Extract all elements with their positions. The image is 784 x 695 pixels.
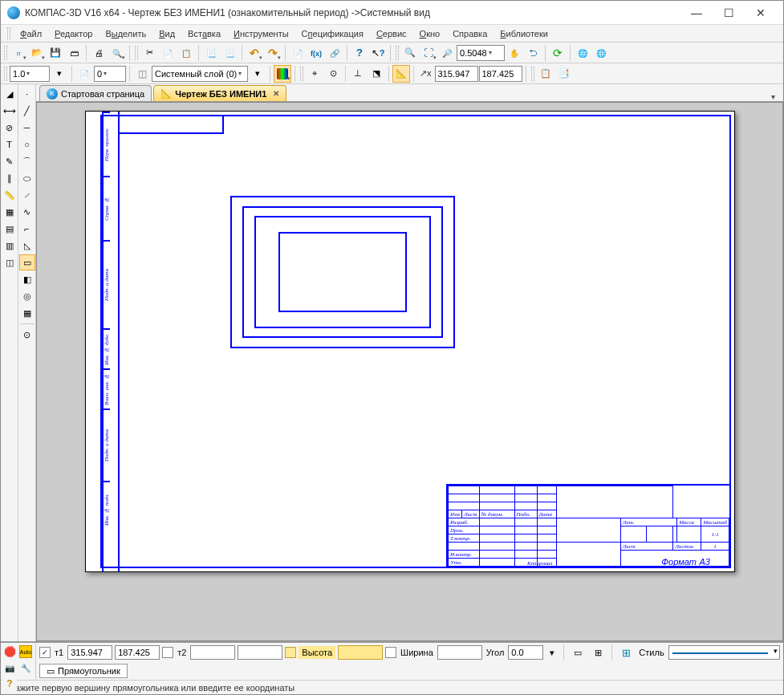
drawing-canvas[interactable]: Перв. примен. Справ. № Подп. и дата Инв.… [36,102,783,641]
angle-dd-button[interactable]: ▾ [546,645,559,660]
context-help-button[interactable]: ? [369,44,387,62]
help-button[interactable] [351,44,368,62]
zoom-scale-button[interactable] [438,44,456,62]
geometry-set-button[interactable]: ◢ [2,86,18,102]
aux-line-button[interactable]: ╱ [19,103,35,119]
t2-y-input[interactable] [238,645,282,660]
undo-button[interactable]: ▾ [246,44,263,62]
copy-props-button[interactable] [202,44,220,62]
toolbar-grip[interactable] [135,46,138,60]
ellipse-button[interactable]: ⬭ [19,170,35,186]
tab-close-button[interactable]: ✕ [273,89,279,98]
round-button[interactable]: ⬔ [368,65,385,83]
menu-file[interactable]: Файл [14,27,48,40]
cut-button[interactable] [140,44,158,62]
zoom-fit-button[interactable]: ▾ [420,44,437,62]
fillet-button[interactable]: ⌐ [19,221,35,237]
panel-settings-button[interactable] [18,660,33,675]
menu-help[interactable]: Справка [446,27,494,40]
text-set-button[interactable]: T [2,136,18,152]
local-cs-button[interactable]: 📐 [392,65,410,83]
toolbar-grip[interactable] [396,46,399,60]
arc-button[interactable]: ⌒ [19,153,35,169]
print-button[interactable] [90,44,108,62]
zoom-window-button[interactable] [401,44,419,62]
line-button[interactable]: ─ [19,120,35,136]
tabs-overflow-button[interactable]: ▾ [766,92,780,101]
minimize-button[interactable]: — [680,3,713,22]
angle-input[interactable] [508,645,543,660]
auto-create-button[interactable]: Auto [18,644,33,659]
with-axes-button[interactable]: ⊞ [589,644,607,661]
scale-dd-button[interactable]: ▾ [51,65,68,83]
print-preview-button[interactable]: ▾ [108,44,126,62]
links-button[interactable] [326,44,343,62]
circle-button[interactable]: ○ [19,136,35,152]
panel-help-button[interactable] [2,677,17,691]
render-button[interactable] [574,44,591,62]
rectangle-button[interactable]: ▭ [19,254,35,270]
tab-start-page[interactable]: K Стартовая страница [39,85,152,101]
line-style-combo[interactable] [668,645,780,660]
state-button[interactable] [75,65,93,83]
state-combo[interactable]: 0 [94,66,126,82]
toolbar-grip[interactable] [300,67,303,81]
save-button[interactable] [47,44,64,62]
grid-button[interactable] [617,644,635,661]
title-block[interactable]: ИзмЛист№ докум.Подп.Дата Разраб.Лит.Масс… [446,484,731,568]
menu-select[interactable]: Выделить [99,27,152,40]
t1-x-input[interactable] [67,645,112,660]
symbols-set-button[interactable]: ⊘ [2,120,18,136]
select-set-button[interactable]: ▦ [2,204,18,220]
menu-libraries[interactable]: Библиотеки [494,27,554,40]
width-input[interactable] [437,645,482,660]
equidistant-button[interactable]: ◎ [19,288,35,304]
t2-x-input[interactable] [190,645,235,660]
copy-button[interactable] [159,44,177,62]
menu-spec[interactable]: Спецификация [295,27,370,40]
ortho-button[interactable]: ⊥ [349,65,367,83]
menu-window[interactable]: Окно [413,27,447,40]
toolbar-grip[interactable] [531,67,534,81]
prev-view-button[interactable] [524,44,542,62]
snap2-button[interactable] [324,65,342,83]
close-button[interactable]: ✕ [745,3,777,22]
collect-contour-button[interactable]: ◧ [19,271,35,287]
property-tab-rectangle[interactable]: ▭Прямоугольник [39,664,128,678]
sheets-button[interactable]: 📑 [555,65,573,83]
variables-button[interactable] [307,44,325,62]
scale-combo[interactable]: 1.0 [10,66,50,82]
t1-lock-checkbox[interactable]: ✓ [39,647,51,658]
no-axes-button[interactable]: ▭ [569,644,587,661]
snap-menu-button[interactable]: ⊙ [19,327,35,343]
toolbar-grip[interactable] [4,67,7,81]
edit-set-button[interactable]: ✎ [2,153,18,169]
refresh-button[interactable] [549,44,567,62]
stop-button[interactable] [2,644,17,659]
measure-set-button[interactable]: 📏 [2,187,18,203]
polyline-button[interactable]: ⟋ [19,187,35,203]
menu-service[interactable]: Сервис [370,27,413,40]
menu-tools[interactable]: Инструменты [227,27,295,40]
zoom-value-input[interactable]: 0.5048 [457,45,505,61]
library-manager-button[interactable] [289,44,307,62]
menu-insert[interactable]: Вставка [181,27,227,40]
paste-button[interactable] [177,44,195,62]
height-lock-checkbox[interactable] [285,647,296,658]
params-set-button[interactable]: ∥ [2,170,18,186]
redo-button[interactable]: ▾ [264,44,282,62]
menu-editor[interactable]: Редактор [48,27,99,40]
save-all-button[interactable] [65,44,83,62]
color-button[interactable]: ▾ [274,65,291,83]
snap1-button[interactable] [306,65,323,83]
point-button[interactable]: · [19,86,35,102]
layer-combo[interactable]: Системный слой (0) [152,66,248,82]
layers-button[interactable] [133,65,151,83]
dimensions-set-button[interactable]: ⟷ [2,103,18,119]
new-button[interactable]: ▾ [10,44,27,62]
pan-button[interactable] [506,44,523,62]
tab-drawing[interactable]: 📐 Чертеж БЕЗ ИМЕНИ1 ✕ [153,85,286,101]
spec-set-button[interactable]: ▤ [2,221,18,237]
open-button[interactable]: ▾ [28,44,46,62]
toolbar-grip[interactable] [4,46,7,60]
